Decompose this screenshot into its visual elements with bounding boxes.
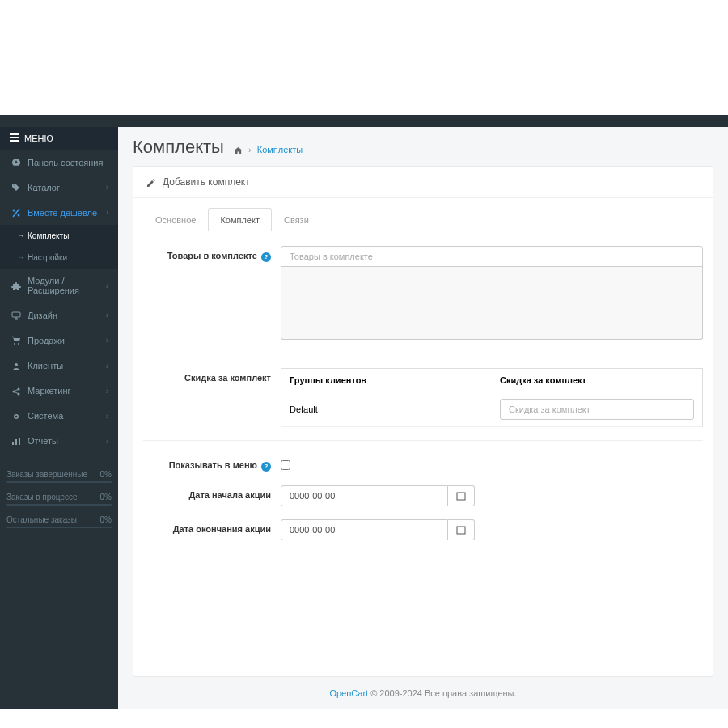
discount-input[interactable] [500,399,694,420]
stat-label: Остальные заказы [6,515,77,524]
submenu-item-kits[interactable]: → Комплекты [0,225,118,247]
date-start-picker-button[interactable] [448,485,475,506]
form-row-products: Товары в комплекте ? [143,246,703,340]
chevron-right-icon: › [106,437,108,446]
sidebar-item-design[interactable]: Дизайн › [0,303,118,328]
label-products: Товары в комплекте ? [143,246,281,340]
label-discount: Скидка за комплект [143,368,281,427]
calendar-icon [456,491,466,501]
footer-link[interactable]: OpenCart [329,688,368,698]
chevron-right-icon: › [106,281,108,290]
tab-main[interactable]: Основное [143,208,208,231]
top-bar [0,115,728,127]
arrow-icon: → [18,254,24,261]
form-row-date-end: Дата окончания акции [143,519,703,540]
stat-bar [6,504,112,506]
sidebar-item-together-cheaper[interactable]: Вместе дешевле › [0,200,118,225]
divider [143,353,703,353]
table-row: Default [281,392,703,427]
pencil-icon [146,176,156,188]
help-icon[interactable]: ? [261,462,271,472]
discount-table: Группы клиентов Скидка за комплект Defau… [281,368,703,427]
stat-label: Заказы завершенные [6,470,87,479]
divider [143,440,703,441]
stat-processing: Заказы в процессе0% [6,493,112,506]
svg-rect-9 [12,442,14,445]
sidebar-item-extensions[interactable]: Модули / Расширения › [0,269,118,303]
menu-label: МЕНЮ [24,133,53,143]
breadcrumb-kits[interactable]: Комплекты [257,145,303,154]
sidebar-submenu: → Комплекты → Настройки [0,225,118,269]
sidebar-item-label: Модули / Расширения [28,276,106,295]
breadcrumb: › Комплекты [234,145,303,155]
tab-links[interactable]: Связи [272,208,321,231]
chevron-right-icon: › [106,412,108,421]
svg-point-5 [15,363,18,366]
form-row-show-menu: Показывать в меню ? [143,455,703,472]
th-amount: Скидка за комплект [492,369,703,392]
show-menu-checkbox[interactable] [281,460,290,470]
svg-rect-13 [457,527,465,534]
tab-kit[interactable]: Комплект [208,208,272,231]
arrow-icon: → [18,232,24,239]
main-panel: Добавить комплект Основное Комплект Связ… [133,166,713,677]
page-header: Комплекты › Комплекты [118,127,728,166]
svg-rect-11 [19,438,20,445]
footer-copyright: © 2009-2024 Все права защищены. [368,688,516,698]
th-groups: Группы клиентов [281,369,493,392]
stats-block: Заказы завершенные0% Заказы в процессе0%… [6,470,112,538]
dashboard-icon [10,157,23,167]
chevron-right-icon: › [106,183,108,192]
sidebar-item-label: Маркетинг [28,386,106,396]
submenu-item-settings[interactable]: → Настройки [0,247,118,269]
date-end-picker-button[interactable] [448,519,475,540]
submenu-label: Настройки [28,253,67,262]
sidebar-item-reports[interactable]: Отчеты › [0,429,118,454]
panel-header: Добавить комплект [133,167,713,198]
stat-value: 0% [100,515,112,524]
sidebar-item-sales[interactable]: Продажи › [0,328,118,353]
label-date-start: Дата начала акции [143,485,281,506]
date-end-input[interactable] [281,519,448,540]
calendar-icon [456,525,466,535]
chevron-right-icon: › [106,208,108,217]
sidebar-item-marketing[interactable]: Маркетинг › [0,379,118,404]
svg-point-3 [14,343,15,345]
percent-icon [10,207,23,218]
content: Комплекты › Комплекты Добавить комплект … [118,127,728,709]
desktop-icon [10,310,23,320]
submenu-label: Комплекты [28,231,69,240]
cog-icon [10,411,23,421]
home-icon [234,146,243,155]
chevron-right-icon: › [106,387,108,396]
sidebar-item-dashboard[interactable]: Панель состояния [0,150,118,175]
svg-point-1 [18,214,20,217]
sidebar-item-catalog[interactable]: Каталог › [0,175,118,200]
help-icon[interactable]: ? [261,252,271,262]
hamburger-icon[interactable] [10,133,19,143]
sidebar-item-customers[interactable]: Клиенты › [0,353,118,378]
stat-completed: Заказы завершенные0% [6,470,112,483]
label-date-end: Дата окончания акции [143,519,281,540]
puzzle-icon [10,281,23,291]
svg-rect-2 [12,312,20,317]
label-show-menu: Показывать в меню ? [143,455,281,472]
form-row-date-start: Дата начала акции [143,485,703,506]
stat-label: Заказы в процессе [6,493,78,502]
sidebar-item-label: Отчеты [28,436,106,446]
cart-icon [10,335,23,345]
sidebar-item-label: Вместе дешевле [28,208,106,218]
sidebar-item-label: Система [28,411,106,421]
sidebar: МЕНЮ Панель состояния Каталог › Вмест [0,127,118,709]
user-icon [10,360,23,370]
sidebar-item-label: Клиенты [28,361,106,370]
panel-title: Добавить комплект [163,176,250,188]
breadcrumb-home[interactable] [234,145,243,154]
sidebar-item-system[interactable]: Система › [0,404,118,429]
sidebar-item-label: Продажи [28,336,106,345]
products-input[interactable] [281,246,703,267]
date-start-input[interactable] [281,485,448,506]
stat-bar [6,481,112,483]
svg-point-4 [18,343,19,345]
stat-value: 0% [100,470,112,479]
